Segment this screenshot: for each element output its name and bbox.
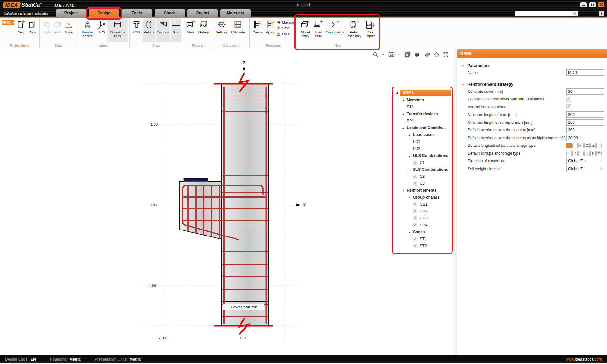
overhang-input[interactable] — [566, 127, 604, 133]
template-apply-button[interactable]: Apply — [264, 18, 276, 42]
stirrup-corner-button[interactable] — [566, 151, 572, 156]
tree-item-transfer-devices[interactable]: Transfer devices — [394, 110, 451, 117]
overhang-multiple-input[interactable] — [566, 135, 604, 141]
tree-item-reinforcements[interactable]: Reinforcements — [394, 187, 451, 194]
dimension-lines-button[interactable]: Dimension lines — [107, 18, 128, 42]
anchorage-hook-button[interactable] — [572, 143, 578, 148]
template-manager-button[interactable]: Manager — [276, 20, 295, 25]
section-reinforcement-strategy[interactable]: Reinforcement strategy — [457, 81, 607, 88]
stirrup-hook-loop-button[interactable] — [572, 151, 578, 156]
minimize-button[interactable] — [580, 2, 587, 7]
anchorage-plate-button[interactable] — [596, 143, 602, 148]
checkbox[interactable]: ✓ — [413, 175, 417, 179]
checkbox[interactable]: ✓ — [413, 161, 417, 165]
tree-item-members[interactable]: Members — [394, 97, 451, 104]
maximize-button[interactable] — [589, 2, 596, 7]
tree-item-fj1[interactable]: FJ1 — [394, 104, 451, 110]
concrete-cover-input[interactable] — [566, 88, 604, 95]
tree-item-bp1[interactable]: BP1 — [394, 117, 451, 124]
anchorage-straight-button[interactable] — [566, 143, 572, 148]
wireframe-view-button[interactable] — [404, 51, 411, 58]
tab-check[interactable]: Check — [155, 9, 185, 17]
tree-item-st1[interactable]: ✓ST1 — [394, 236, 451, 242]
tree-item-c2[interactable]: ✓C2 — [394, 173, 451, 180]
dxf-import-button[interactable]: DXF DXF Import — [363, 18, 377, 42]
stirrup-double-tick-button[interactable] — [584, 151, 590, 156]
canvas-scrollbar[interactable] — [454, 49, 457, 355]
new-model-entity-button[interactable]: Model entity — [299, 18, 312, 42]
checkbox[interactable]: ✓ — [413, 237, 417, 241]
tree-item-st2[interactable]: ✓ST2 — [394, 242, 451, 249]
tree-item-lc2[interactable]: LC2 — [394, 145, 451, 152]
tab-materials[interactable]: Materials — [220, 9, 251, 17]
vertical-bars-checkbox[interactable]: ✓ — [566, 104, 571, 109]
expander-icon[interactable] — [408, 168, 411, 171]
calculate-button[interactable]: + −× ÷ Calculate — [229, 18, 246, 42]
checkbox[interactable]: ✓ — [413, 216, 417, 220]
direction-of-concreting-select[interactable]: Global Z + — [566, 158, 604, 164]
member-names-button[interactable]: A Member names — [79, 18, 97, 42]
expander-icon[interactable] — [396, 92, 398, 94]
expander-icon[interactable] — [408, 231, 411, 233]
tree-item-uls-combinations[interactable]: ULS Combinations — [394, 152, 451, 159]
new-rebar-assembly-button[interactable]: Rebar assembly — [346, 18, 363, 42]
tree-item-lc1[interactable]: LC1 — [394, 138, 451, 145]
expander-icon[interactable] — [402, 127, 404, 129]
new-load-case-button[interactable]: Load case — [313, 18, 324, 42]
tree-item-cages[interactable]: Cages — [394, 229, 451, 236]
diagram-button[interactable]: Diagram — [156, 18, 170, 42]
checkbox[interactable]: ✓ — [413, 182, 417, 186]
fit-view-button[interactable] — [442, 51, 450, 58]
checkbox[interactable]: ✓ — [413, 223, 417, 227]
copy-project-item-button[interactable]: Copy — [27, 18, 38, 42]
tree-item-drm1[interactable]: DRM1 — [394, 89, 451, 96]
info-button[interactable]: i — [599, 11, 604, 16]
stirrup-short-corner-button[interactable] — [578, 151, 584, 156]
settings-button[interactable]: </> Settings — [215, 18, 229, 42]
expander-icon[interactable] — [408, 196, 411, 199]
self-weight-direction-select[interactable]: Global Z - — [566, 166, 604, 172]
calc-cover-checkbox[interactable]: ✓ — [566, 97, 571, 102]
expander-icon[interactable] — [402, 99, 404, 101]
tree-item-gb4[interactable]: ✓GB4 — [394, 222, 451, 229]
tree-item-gb2[interactable]: ✓GB2 — [394, 208, 451, 215]
checkbox[interactable]: ✓ — [413, 244, 417, 248]
rebars-button[interactable]: Rebars — [143, 18, 155, 42]
gallery-button[interactable]: Gallery — [197, 18, 210, 42]
view-mode-dropdown-icon[interactable] — [397, 53, 400, 56]
search-box[interactable] — [515, 11, 578, 16]
search-input[interactable] — [515, 11, 573, 16]
min-length-stirrup-input[interactable] — [566, 119, 604, 126]
save-button[interactable]: Save — [64, 18, 74, 42]
lcs-button[interactable]: LCS — [97, 18, 107, 42]
tab-tools[interactable]: Tools — [122, 9, 152, 17]
name-input[interactable] — [566, 69, 604, 76]
template-open-button[interactable]: Open — [276, 32, 295, 36]
solid-view-button[interactable] — [413, 51, 420, 58]
zoom-button[interactable] — [372, 51, 379, 58]
zoom-dropdown-icon[interactable] — [381, 53, 384, 56]
tree-item-load-cases[interactable]: Load cases — [394, 131, 451, 138]
tab-project[interactable]: Project — [56, 9, 86, 17]
checkbox[interactable]: ✓ — [413, 209, 417, 213]
expander-icon[interactable] — [402, 189, 404, 192]
stirrup-plate-button[interactable] — [596, 151, 602, 156]
new-project-item-button[interactable]: New — [15, 18, 27, 42]
anchorage-loop-button[interactable] — [584, 143, 590, 148]
project-item-selector[interactable]: DRM1 — [2, 20, 14, 25]
new-combination-button[interactable]: Σ Combination — [325, 18, 345, 42]
clip-view-button[interactable] — [424, 51, 431, 58]
tree-item-group-of-bars[interactable]: Group of Bars — [394, 194, 451, 201]
tree-item-gb1[interactable]: ✓GB1 — [394, 201, 451, 208]
checkbox[interactable]: ✓ — [413, 202, 417, 206]
grid-button[interactable]: Grid — [171, 18, 181, 42]
close-button[interactable] — [598, 2, 604, 7]
stirrup-single-tick-button[interactable] — [590, 151, 596, 156]
template-create-button[interactable]: Create — [251, 18, 264, 42]
tab-design[interactable]: Design — [89, 9, 119, 17]
tree-item-sls-combinations[interactable]: SLS Combinations — [394, 166, 451, 173]
anchorage-bend-button[interactable] — [578, 143, 584, 148]
undo-button[interactable]: Undo — [41, 18, 52, 42]
tree-item-gb3[interactable]: ✓GB3 — [394, 215, 451, 222]
expander-icon[interactable] — [408, 134, 411, 136]
